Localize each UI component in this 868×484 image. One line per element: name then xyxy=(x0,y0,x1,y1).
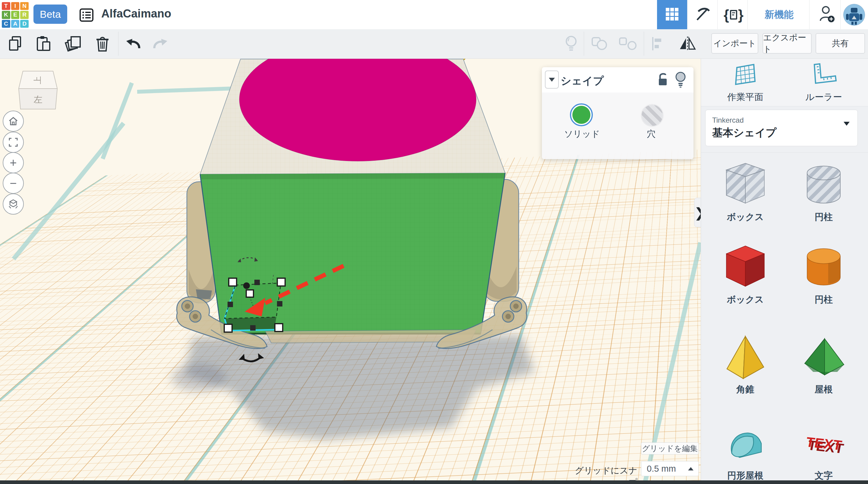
shape-label: 円柱 xyxy=(815,211,833,223)
person-add-icon xyxy=(818,5,835,24)
ruler-tool[interactable]: ルーラー xyxy=(790,63,857,103)
home-view-button[interactable] xyxy=(3,111,24,132)
grid-icon xyxy=(665,7,679,22)
unlock-icon[interactable] xyxy=(657,72,669,89)
design-title[interactable]: AlfaCaimano xyxy=(101,7,171,20)
solid-option[interactable] xyxy=(570,103,593,126)
shape-library-sidebar: 作業平面 ルーラー Tinkercad 基本シェイプ ボックス xyxy=(701,58,868,484)
shape-panel-collapse-button[interactable] xyxy=(545,70,559,89)
bottom-bar xyxy=(0,480,868,484)
shape-round-roof[interactable]: 円形屋根 xyxy=(712,420,778,482)
divider xyxy=(717,0,718,29)
workplane-label: 作業平面 xyxy=(727,91,764,103)
shape-text[interactable]: TEXT TEXT 文字 xyxy=(790,420,857,482)
logo-tile: I xyxy=(11,2,20,10)
logo-tile: K xyxy=(2,11,10,19)
height-handle[interactable] xyxy=(246,290,253,297)
divider xyxy=(118,32,119,56)
solid-label: ソリッド xyxy=(555,128,609,140)
view-cube[interactable]: 上 左 xyxy=(18,70,59,112)
paste-button[interactable] xyxy=(34,29,53,58)
codeblocks-button[interactable]: {} xyxy=(720,0,747,29)
undo-button[interactable] xyxy=(125,29,142,58)
snap-grid-select[interactable]: 0.5 mm xyxy=(641,461,699,476)
logo-tile: N xyxy=(20,2,29,10)
shape-label: 文字 xyxy=(815,470,833,482)
logo-tile: R xyxy=(20,11,29,19)
perspective-toggle-button[interactable] xyxy=(3,193,24,215)
logo-tile: T xyxy=(2,2,10,10)
workplane-tool[interactable]: 作業平面 xyxy=(712,63,778,103)
pickaxe-icon xyxy=(695,7,710,23)
shape-hole-cylinder[interactable]: 円柱 xyxy=(790,161,857,223)
edit-toolbar: インポート エクスポート 共有 xyxy=(0,29,868,59)
ungroup-button[interactable] xyxy=(618,29,638,58)
shape-red-box[interactable]: ボックス xyxy=(712,243,778,306)
view-cube-front-label: 左 xyxy=(34,95,42,104)
shape-label: 角錐 xyxy=(736,383,754,396)
height-cone xyxy=(243,282,250,289)
shape-inspector-panel: シェイプ ソリッド 穴 xyxy=(542,67,693,159)
shape-pyramid[interactable]: 角錐 xyxy=(712,333,778,396)
ruler-icon xyxy=(810,63,837,88)
hole-option[interactable] xyxy=(641,104,664,127)
shape-panel-header: シェイプ xyxy=(542,67,693,93)
share-button[interactable]: 共有 xyxy=(815,33,865,54)
hole-label: 穴 xyxy=(624,128,678,140)
workplane-tools-row: 作業平面 ルーラー xyxy=(701,58,868,107)
chevron-down-icon xyxy=(844,126,849,131)
shape-label: ボックス xyxy=(727,211,764,223)
divider xyxy=(840,0,841,29)
fit-view-button[interactable] xyxy=(3,132,24,153)
library-brand: Tinkercad xyxy=(712,116,744,124)
zoom-in-button[interactable]: + xyxy=(3,152,24,173)
view-cube-top-label: 上 xyxy=(33,76,42,84)
logo-tile: D xyxy=(20,20,29,28)
shape-orange-cylinder[interactable]: 円柱 xyxy=(790,243,857,306)
logo-tile: E xyxy=(11,11,20,19)
shape-label: 円形屋根 xyxy=(727,470,764,482)
minecraft-export-button[interactable] xyxy=(691,0,715,29)
zoom-out-button[interactable]: − xyxy=(3,173,24,194)
duplicate-button[interactable] xyxy=(63,29,84,58)
align-button[interactable] xyxy=(650,29,666,58)
export-button[interactable]: エクスポート xyxy=(763,33,812,54)
user-avatar[interactable] xyxy=(843,4,865,26)
3d-viewport[interactable]: 上 左 + − シェイプ xyxy=(0,58,701,484)
shape-label: ボックス xyxy=(727,294,764,306)
beta-badge[interactable]: Beta xyxy=(33,4,67,24)
library-category: 基本シェイプ xyxy=(712,126,776,140)
tinkercad-logo[interactable]: T I N K E R C A D xyxy=(2,2,29,28)
light-mode-button[interactable] xyxy=(562,29,580,58)
shape-panel-title: シェイプ xyxy=(561,74,604,88)
model-shadow xyxy=(184,335,534,440)
new-features-link[interactable]: 新機能 xyxy=(750,0,808,29)
redo-button[interactable] xyxy=(151,29,169,58)
shape-roof[interactable]: 屋根 xyxy=(790,333,857,396)
import-button[interactable]: インポート xyxy=(711,33,758,54)
tinkercad-app: T I N K E R C A D Beta AlfaCaimano xyxy=(0,0,868,484)
code-blocks-icon: {} xyxy=(724,7,744,23)
workplane-icon xyxy=(735,63,756,88)
shape-category-dropdown[interactable]: Tinkercad 基本シェイプ xyxy=(705,110,858,146)
chevron-down-icon xyxy=(549,78,555,82)
shape-label: 円柱 xyxy=(815,294,833,306)
logo-tile: A xyxy=(11,20,20,28)
document-properties-icon[interactable] xyxy=(79,8,94,23)
edit-grid-button[interactable]: グリッドを編集 xyxy=(641,443,699,454)
ruler-label: ルーラー xyxy=(805,91,842,103)
delete-button[interactable] xyxy=(94,29,111,58)
chevron-up-icon xyxy=(688,467,693,471)
divider xyxy=(687,0,687,29)
shape-hole-box[interactable]: ボックス xyxy=(712,161,778,223)
dashboard-grid-button[interactable] xyxy=(657,0,687,29)
header-bar: T I N K E R C A D Beta AlfaCaimano xyxy=(0,0,868,30)
mirror-button[interactable] xyxy=(676,29,699,58)
invite-user-button[interactable] xyxy=(814,0,840,29)
solid-color-swatch xyxy=(572,106,590,124)
shape-label: 屋根 xyxy=(815,383,833,396)
snap-grid-value: 0.5 mm xyxy=(647,464,688,474)
lightbulb-icon[interactable] xyxy=(675,71,686,90)
copy-button[interactable] xyxy=(7,29,24,58)
group-button[interactable] xyxy=(590,29,609,58)
